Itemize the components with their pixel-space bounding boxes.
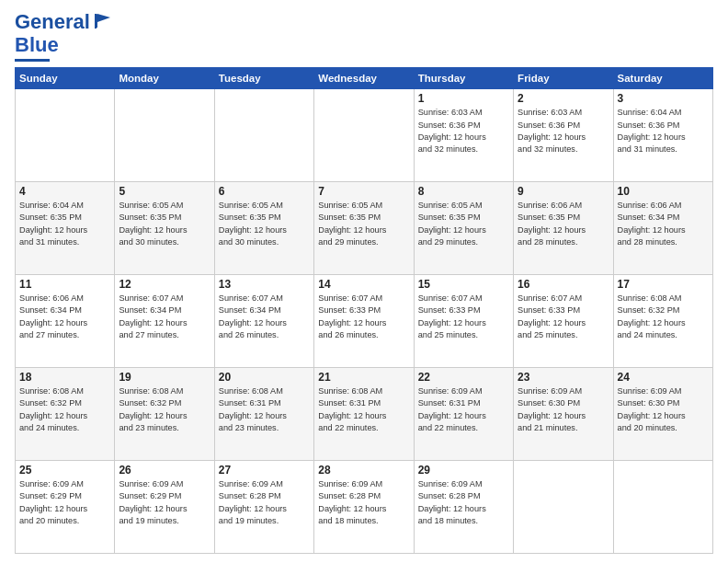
day-info: Sunrise: 6:04 AM Sunset: 6:36 PM Dayligh… bbox=[618, 107, 709, 155]
day-number: 4 bbox=[19, 185, 110, 198]
calendar-cell: 21Sunrise: 6:08 AM Sunset: 6:31 PM Dayli… bbox=[314, 368, 414, 461]
header: General Blue bbox=[15, 11, 713, 62]
calendar-cell: 22Sunrise: 6:09 AM Sunset: 6:31 PM Dayli… bbox=[414, 368, 513, 461]
day-info: Sunrise: 6:09 AM Sunset: 6:31 PM Dayligh… bbox=[418, 385, 509, 434]
calendar-cell bbox=[514, 461, 613, 554]
calendar-cell: 9Sunrise: 6:06 AM Sunset: 6:35 PM Daylig… bbox=[514, 182, 613, 275]
day-info: Sunrise: 6:06 AM Sunset: 6:35 PM Dayligh… bbox=[518, 200, 609, 248]
day-number: 20 bbox=[219, 371, 310, 384]
weekday-header-tuesday: Tuesday bbox=[214, 68, 313, 89]
day-info: Sunrise: 6:06 AM Sunset: 6:34 PM Dayligh… bbox=[19, 293, 110, 341]
calendar-cell: 3Sunrise: 6:04 AM Sunset: 6:36 PM Daylig… bbox=[613, 89, 712, 182]
day-number: 22 bbox=[418, 371, 509, 384]
calendar-cell: 28Sunrise: 6:09 AM Sunset: 6:28 PM Dayli… bbox=[314, 461, 414, 554]
day-info: Sunrise: 6:07 AM Sunset: 6:34 PM Dayligh… bbox=[119, 293, 210, 341]
day-info: Sunrise: 6:05 AM Sunset: 6:35 PM Dayligh… bbox=[119, 200, 210, 248]
day-number: 29 bbox=[418, 464, 509, 477]
day-info: Sunrise: 6:05 AM Sunset: 6:35 PM Dayligh… bbox=[318, 200, 409, 248]
day-info: Sunrise: 6:07 AM Sunset: 6:33 PM Dayligh… bbox=[518, 293, 609, 341]
calendar-cell: 19Sunrise: 6:08 AM Sunset: 6:32 PM Dayli… bbox=[115, 368, 214, 461]
calendar-cell: 29Sunrise: 6:09 AM Sunset: 6:28 PM Dayli… bbox=[414, 461, 513, 554]
calendar-cell: 20Sunrise: 6:08 AM Sunset: 6:31 PM Dayli… bbox=[214, 368, 313, 461]
day-number: 17 bbox=[618, 278, 709, 291]
calendar-cell: 12Sunrise: 6:07 AM Sunset: 6:34 PM Dayli… bbox=[115, 275, 214, 368]
logo: General Blue bbox=[15, 11, 112, 62]
day-number: 18 bbox=[19, 371, 110, 384]
day-info: Sunrise: 6:08 AM Sunset: 6:32 PM Dayligh… bbox=[119, 385, 210, 434]
weekday-header-wednesday: Wednesday bbox=[314, 68, 414, 89]
day-number: 25 bbox=[19, 464, 110, 477]
day-info: Sunrise: 6:03 AM Sunset: 6:36 PM Dayligh… bbox=[518, 107, 609, 155]
day-number: 5 bbox=[119, 185, 210, 198]
calendar-cell bbox=[214, 89, 313, 182]
logo-underline bbox=[15, 59, 50, 62]
calendar-cell: 18Sunrise: 6:08 AM Sunset: 6:32 PM Dayli… bbox=[16, 368, 115, 461]
day-info: Sunrise: 6:09 AM Sunset: 6:30 PM Dayligh… bbox=[618, 385, 709, 434]
page: General Blue SundayMondayTuesdayWednesda… bbox=[0, 0, 728, 563]
day-info: Sunrise: 6:09 AM Sunset: 6:28 PM Dayligh… bbox=[219, 478, 310, 527]
calendar-cell: 8Sunrise: 6:05 AM Sunset: 6:35 PM Daylig… bbox=[414, 182, 513, 275]
calendar-cell: 26Sunrise: 6:09 AM Sunset: 6:29 PM Dayli… bbox=[115, 461, 214, 554]
day-info: Sunrise: 6:07 AM Sunset: 6:33 PM Dayligh… bbox=[318, 293, 409, 341]
day-info: Sunrise: 6:09 AM Sunset: 6:29 PM Dayligh… bbox=[19, 478, 110, 527]
day-info: Sunrise: 6:07 AM Sunset: 6:34 PM Dayligh… bbox=[219, 293, 310, 341]
day-number: 27 bbox=[219, 464, 310, 477]
day-info: Sunrise: 6:08 AM Sunset: 6:32 PM Dayligh… bbox=[19, 385, 110, 434]
calendar-cell: 15Sunrise: 6:07 AM Sunset: 6:33 PM Dayli… bbox=[414, 275, 513, 368]
day-info: Sunrise: 6:09 AM Sunset: 6:28 PM Dayligh… bbox=[318, 478, 409, 527]
logo-flag-icon bbox=[92, 13, 112, 29]
calendar-table: SundayMondayTuesdayWednesdayThursdayFrid… bbox=[15, 67, 713, 554]
calendar-cell bbox=[16, 89, 115, 182]
day-info: Sunrise: 6:08 AM Sunset: 6:31 PM Dayligh… bbox=[219, 385, 310, 434]
calendar-week-row: 11Sunrise: 6:06 AM Sunset: 6:34 PM Dayli… bbox=[16, 275, 713, 368]
svg-marker-0 bbox=[96, 14, 110, 28]
calendar-cell: 27Sunrise: 6:09 AM Sunset: 6:28 PM Dayli… bbox=[214, 461, 313, 554]
calendar-cell: 16Sunrise: 6:07 AM Sunset: 6:33 PM Dayli… bbox=[514, 275, 613, 368]
day-number: 9 bbox=[518, 185, 609, 198]
day-number: 2 bbox=[518, 92, 609, 105]
day-info: Sunrise: 6:08 AM Sunset: 6:31 PM Dayligh… bbox=[318, 385, 409, 434]
day-info: Sunrise: 6:03 AM Sunset: 6:36 PM Dayligh… bbox=[418, 107, 509, 155]
day-info: Sunrise: 6:07 AM Sunset: 6:33 PM Dayligh… bbox=[418, 293, 509, 341]
day-number: 8 bbox=[418, 185, 509, 198]
calendar-cell: 17Sunrise: 6:08 AM Sunset: 6:32 PM Dayli… bbox=[613, 275, 712, 368]
weekday-header-friday: Friday bbox=[514, 68, 613, 89]
day-number: 6 bbox=[219, 185, 310, 198]
day-number: 24 bbox=[618, 371, 709, 384]
calendar-cell: 14Sunrise: 6:07 AM Sunset: 6:33 PM Dayli… bbox=[314, 275, 414, 368]
calendar-cell: 1Sunrise: 6:03 AM Sunset: 6:36 PM Daylig… bbox=[414, 89, 513, 182]
day-info: Sunrise: 6:09 AM Sunset: 6:30 PM Dayligh… bbox=[518, 385, 609, 434]
day-number: 21 bbox=[318, 371, 409, 384]
day-number: 14 bbox=[318, 278, 409, 291]
calendar-cell: 7Sunrise: 6:05 AM Sunset: 6:35 PM Daylig… bbox=[314, 182, 414, 275]
day-info: Sunrise: 6:04 AM Sunset: 6:35 PM Dayligh… bbox=[19, 200, 110, 248]
calendar-cell: 25Sunrise: 6:09 AM Sunset: 6:29 PM Dayli… bbox=[16, 461, 115, 554]
day-info: Sunrise: 6:09 AM Sunset: 6:28 PM Dayligh… bbox=[418, 478, 509, 527]
day-number: 26 bbox=[119, 464, 210, 477]
day-info: Sunrise: 6:05 AM Sunset: 6:35 PM Dayligh… bbox=[219, 200, 310, 248]
calendar-week-row: 4Sunrise: 6:04 AM Sunset: 6:35 PM Daylig… bbox=[16, 182, 713, 275]
day-number: 7 bbox=[318, 185, 409, 198]
calendar-header-row: SundayMondayTuesdayWednesdayThursdayFrid… bbox=[16, 68, 713, 89]
weekday-header-monday: Monday bbox=[115, 68, 214, 89]
day-number: 10 bbox=[618, 185, 709, 198]
day-number: 12 bbox=[119, 278, 210, 291]
calendar-cell: 6Sunrise: 6:05 AM Sunset: 6:35 PM Daylig… bbox=[214, 182, 313, 275]
calendar-cell: 24Sunrise: 6:09 AM Sunset: 6:30 PM Dayli… bbox=[613, 368, 712, 461]
day-number: 19 bbox=[119, 371, 210, 384]
day-number: 1 bbox=[418, 92, 509, 105]
calendar-cell bbox=[115, 89, 214, 182]
calendar-cell: 5Sunrise: 6:05 AM Sunset: 6:35 PM Daylig… bbox=[115, 182, 214, 275]
calendar-cell: 23Sunrise: 6:09 AM Sunset: 6:30 PM Dayli… bbox=[514, 368, 613, 461]
calendar-week-row: 18Sunrise: 6:08 AM Sunset: 6:32 PM Dayli… bbox=[16, 368, 713, 461]
day-info: Sunrise: 6:06 AM Sunset: 6:34 PM Dayligh… bbox=[618, 200, 709, 248]
day-number: 23 bbox=[518, 371, 609, 384]
day-number: 11 bbox=[19, 278, 110, 291]
calendar-cell: 13Sunrise: 6:07 AM Sunset: 6:34 PM Dayli… bbox=[214, 275, 313, 368]
weekday-header-sunday: Sunday bbox=[16, 68, 115, 89]
day-number: 28 bbox=[318, 464, 409, 477]
calendar-week-row: 25Sunrise: 6:09 AM Sunset: 6:29 PM Dayli… bbox=[16, 461, 713, 554]
day-number: 13 bbox=[219, 278, 310, 291]
day-info: Sunrise: 6:05 AM Sunset: 6:35 PM Dayligh… bbox=[418, 200, 509, 248]
calendar-cell: 4Sunrise: 6:04 AM Sunset: 6:35 PM Daylig… bbox=[16, 182, 115, 275]
